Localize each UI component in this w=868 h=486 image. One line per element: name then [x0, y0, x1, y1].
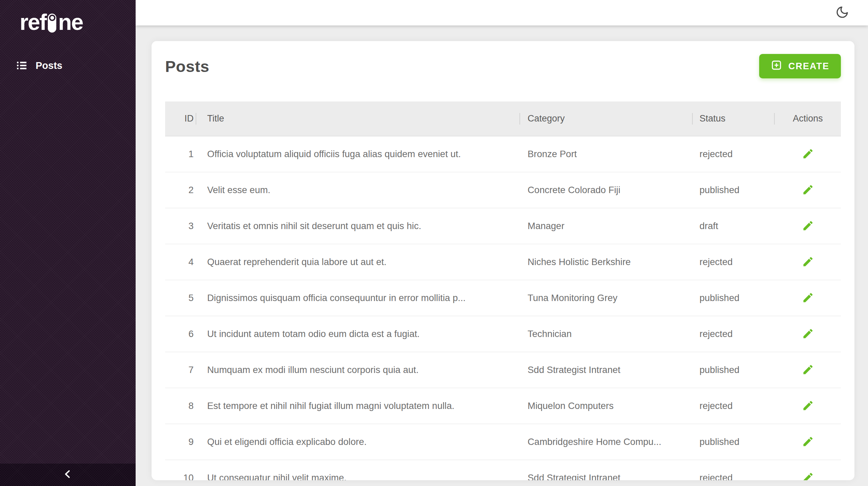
edit-pencil-icon — [802, 363, 814, 377]
card-header: Posts CREATE — [165, 53, 841, 79]
sidebar-item-posts[interactable]: Posts — [0, 54, 136, 77]
cell-status: rejected — [693, 388, 775, 424]
cell-id: 9 — [165, 424, 196, 460]
edit-button[interactable] — [802, 292, 814, 305]
edit-button[interactable] — [802, 148, 814, 161]
cell-title: Officia voluptatum aliquid officiis fuga… — [196, 136, 520, 172]
edit-pencil-icon — [802, 328, 814, 341]
cell-id: 4 — [165, 244, 196, 280]
table-header: ID Title Category Status Actions — [165, 101, 841, 136]
cell-status: rejected — [693, 244, 775, 280]
cell-title: Numquam ex modi illum nesciunt corporis … — [196, 352, 520, 388]
column-header-category[interactable]: Category — [520, 101, 693, 136]
posts-card: Posts CREATE ID Titl — [152, 41, 854, 480]
logo-text-post: ne — [58, 9, 83, 35]
edit-button[interactable] — [802, 435, 814, 449]
cell-actions — [775, 316, 841, 352]
cell-actions — [775, 136, 841, 172]
cell-title: Qui et eligendi officia explicabo dolore… — [196, 424, 520, 460]
sidebar-item-label: Posts — [36, 60, 62, 71]
table-row: 2 Velit esse eum. Concrete Colorado Fiji… — [165, 172, 841, 208]
cell-title: Est tempore et nihil nihil fugiat illum … — [196, 388, 520, 424]
table-body: 1 Officia voluptatum aliquid officiis fu… — [165, 136, 841, 480]
table-row: 1 Officia voluptatum aliquid officiis fu… — [165, 136, 841, 172]
cell-status: published — [693, 352, 775, 388]
dark-mode-toggle-button[interactable] — [834, 4, 850, 21]
cell-category: Manager — [520, 208, 693, 244]
edit-pencil-icon — [802, 256, 814, 269]
cell-id: 10 — [165, 460, 196, 480]
cell-actions — [775, 172, 841, 208]
content-area: Posts CREATE ID Titl — [136, 25, 868, 480]
cell-category: Sdd Strategist Intranet — [520, 460, 693, 480]
main-area: Posts CREATE ID Titl — [136, 0, 868, 486]
table-row: 8 Est tempore et nihil nihil fugiat illu… — [165, 388, 841, 424]
edit-pencil-icon — [802, 220, 814, 233]
posts-table: ID Title Category Status Actions 1 Offic… — [165, 101, 841, 480]
cell-id: 1 — [165, 136, 196, 172]
cell-category: Niches Holistic Berkshire — [520, 244, 693, 280]
refine-logo: refne — [20, 9, 83, 35]
cell-actions — [775, 352, 841, 388]
create-button[interactable]: CREATE — [759, 54, 841, 78]
create-button-label: CREATE — [788, 61, 829, 72]
cell-title: Velit esse eum. — [196, 172, 520, 208]
edit-button[interactable] — [802, 399, 814, 413]
top-header — [136, 0, 868, 25]
cell-status: published — [693, 280, 775, 316]
table-row: 10 Ut consequatur nihil velit maxime. Sd… — [165, 460, 841, 480]
app-logo[interactable]: refne — [0, 0, 136, 44]
table-row: 6 Ut incidunt autem totam odio eum dicta… — [165, 316, 841, 352]
cell-actions — [775, 244, 841, 280]
table-row: 5 Dignissimos quisquam officia consequun… — [165, 280, 841, 316]
column-header-actions: Actions — [775, 101, 841, 136]
unordered-list-icon — [15, 59, 28, 72]
table-row: 9 Qui et eligendi officia explicabo dolo… — [165, 424, 841, 460]
cell-category: Cambridgeshire Home Compu... — [520, 424, 693, 460]
cell-status: rejected — [693, 316, 775, 352]
edit-button[interactable] — [802, 184, 814, 197]
plus-square-icon — [771, 59, 782, 73]
edit-pencil-icon — [802, 435, 814, 449]
cell-status: rejected — [693, 136, 775, 172]
cell-category: Sdd Strategist Intranet — [520, 352, 693, 388]
cell-category: Technician — [520, 316, 693, 352]
cell-title: Ut incidunt autem totam odio eum dicta e… — [196, 316, 520, 352]
edit-button[interactable] — [802, 471, 814, 481]
edit-pencil-icon — [802, 292, 814, 305]
cell-category: Bronze Port — [520, 136, 693, 172]
table-row: 7 Numquam ex modi illum nesciunt corpori… — [165, 352, 841, 388]
cell-actions — [775, 280, 841, 316]
cell-title: Quaerat reprehenderit quia labore ut aut… — [196, 244, 520, 280]
column-header-title[interactable]: Title — [196, 101, 520, 136]
column-header-status[interactable]: Status — [693, 101, 775, 136]
cell-id: 7 — [165, 352, 196, 388]
cell-actions — [775, 388, 841, 424]
edit-pencil-icon — [802, 471, 814, 481]
edit-button[interactable] — [802, 220, 814, 233]
cell-actions — [775, 208, 841, 244]
cell-id: 8 — [165, 388, 196, 424]
cell-title: Veritatis et omnis nihil sit deserunt qu… — [196, 208, 520, 244]
column-header-id[interactable]: ID — [165, 101, 196, 136]
moon-icon — [835, 5, 849, 20]
chevron-left-icon — [63, 469, 73, 481]
cell-id: 2 — [165, 172, 196, 208]
page-title: Posts — [165, 57, 210, 76]
sidebar-menu: Posts — [0, 54, 136, 77]
edit-button[interactable] — [802, 256, 814, 269]
cell-status: published — [693, 424, 775, 460]
sidebar-collapse-button[interactable] — [0, 464, 136, 486]
toggle-pill-icon — [48, 14, 56, 33]
edit-button[interactable] — [802, 328, 814, 341]
cell-category: Miquelon Computers — [520, 388, 693, 424]
edit-button[interactable] — [802, 363, 814, 377]
cell-id: 3 — [165, 208, 196, 244]
edit-pencil-icon — [802, 184, 814, 197]
cell-category: Tuna Monitoring Grey — [520, 280, 693, 316]
cell-category: Concrete Colorado Fiji — [520, 172, 693, 208]
cell-actions — [775, 424, 841, 460]
edit-pencil-icon — [802, 148, 814, 161]
cell-id: 6 — [165, 316, 196, 352]
cell-actions — [775, 460, 841, 480]
